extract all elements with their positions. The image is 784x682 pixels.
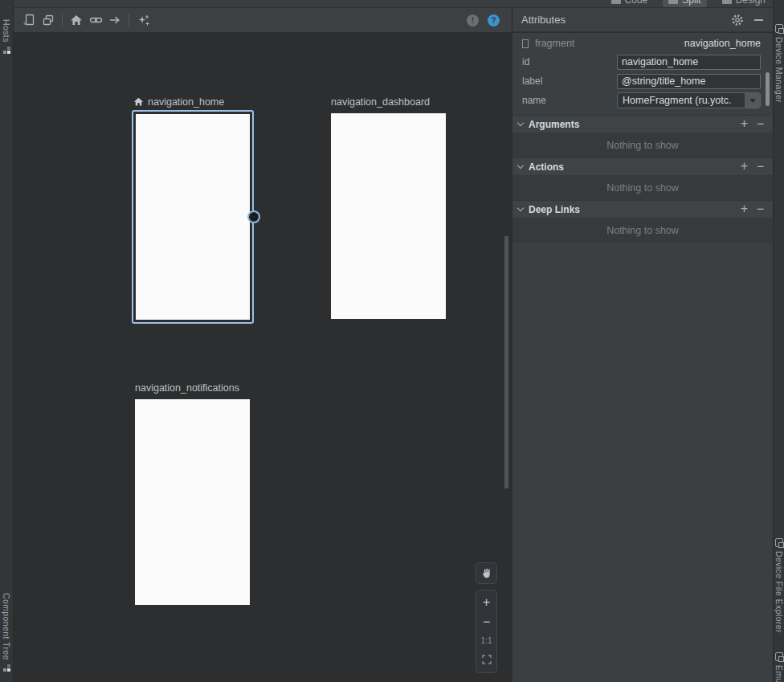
id-field-input[interactable] — [617, 55, 761, 70]
fragment-label-navigation-dashboard[interactable]: navigation_dashboard — [331, 96, 430, 108]
help-icon[interactable]: ? — [488, 14, 500, 27]
chevron-down-icon — [517, 162, 524, 169]
warning-indicator-icon[interactable]: ! — [467, 14, 479, 27]
hosts-icon — [3, 47, 10, 54]
auto-arrange-button[interactable] — [134, 10, 152, 30]
link-icon — [89, 14, 103, 27]
split-mode-icon — [668, 0, 678, 4]
device-manager-tab-label: Device Manager — [774, 37, 784, 103]
fragment-label-text: navigation_dashboard — [331, 96, 430, 108]
action-button[interactable] — [106, 10, 124, 30]
fragment-preview-navigation-dashboard[interactable] — [331, 113, 446, 319]
chevron-down-icon — [517, 205, 524, 211]
action-drag-handle[interactable] — [247, 210, 260, 223]
zoom-in-button[interactable]: + — [476, 594, 496, 613]
arguments-empty-text: Nothing to show — [512, 133, 773, 157]
tab-code-label: Code — [625, 0, 648, 6]
add-action-button[interactable]: + — [741, 161, 748, 173]
nav-editor-toolbar: ! ? — [14, 8, 512, 32]
section-header-arguments[interactable]: Arguments + − — [512, 115, 773, 133]
right-tool-stripe: Device Manager Device File Explorer Emu — [773, 0, 784, 682]
deep-links-empty-text: Nothing to show — [512, 218, 773, 243]
attributes-panel: fragment navigation_home id label name H… — [512, 33, 773, 682]
fragment-preview-navigation-home-selected[interactable] — [132, 110, 254, 324]
section-header-actions[interactable]: Actions + − — [512, 157, 773, 175]
field-row-label: label — [512, 71, 773, 91]
fit-screen-icon — [482, 655, 492, 664]
design-mode-icon — [722, 0, 732, 4]
name-field-value: HomeFragment (ru.yotc. — [618, 95, 745, 106]
zoom-out-button[interactable]: − — [476, 613, 496, 632]
fragment-label-text: navigation_notifications — [135, 382, 239, 394]
canvas-scrollbar-thumb[interactable] — [504, 236, 508, 488]
hosts-tab-label: Hosts — [2, 19, 11, 43]
zoom-controls: + − 1:1 — [476, 590, 497, 673]
code-mode-icon — [611, 0, 621, 4]
component-tree-tab-label: Component Tree — [2, 593, 11, 660]
fragment-label-text: navigation_home — [148, 96, 224, 108]
gear-icon[interactable] — [731, 14, 744, 27]
tab-design-label: Design — [736, 0, 766, 6]
tool-tab-device-file-explorer[interactable]: Device File Explorer — [774, 538, 784, 633]
component-tree-icon — [3, 664, 10, 672]
tab-design[interactable]: Design — [717, 0, 771, 7]
editor-mode-bar: Code Split Design — [14, 0, 784, 8]
assign-start-destination-button[interactable] — [67, 10, 85, 30]
attributes-scrollbar-thumb[interactable] — [766, 72, 770, 106]
zoom-to-fit-button[interactable] — [476, 651, 496, 670]
label-field-input[interactable] — [617, 74, 761, 89]
tab-split-label: Split — [682, 0, 700, 6]
deep-link-button[interactable] — [87, 10, 104, 30]
emulator-icon — [775, 652, 783, 661]
new-destination-icon — [22, 14, 35, 27]
component-row: fragment navigation_home — [512, 33, 773, 52]
fragment-icon — [522, 39, 529, 48]
device-file-explorer-icon — [775, 538, 783, 547]
fragment-label-navigation-notifications[interactable]: navigation_notifications — [135, 382, 239, 394]
fragment-preview-navigation-notifications[interactable] — [135, 399, 250, 605]
actions-empty-text: Nothing to show — [512, 175, 773, 200]
name-field-combobox[interactable]: HomeFragment (ru.yotc. — [617, 92, 761, 108]
add-deep-link-button[interactable]: + — [741, 203, 748, 215]
tool-tab-device-manager[interactable]: Device Manager — [774, 24, 784, 103]
zoom-level-button[interactable]: 1:1 — [476, 631, 496, 651]
nested-graph-icon — [42, 14, 55, 27]
section-header-deep-links[interactable]: Deep Links + − — [512, 200, 773, 218]
fragment-label-navigation-home[interactable]: navigation_home — [133, 96, 224, 108]
device-manager-icon — [775, 24, 783, 33]
attributes-panel-header: Attributes — [512, 8, 773, 32]
component-id-value: navigation_home — [684, 38, 761, 49]
sparkle-icon — [137, 14, 150, 27]
attributes-panel-title: Attributes — [521, 14, 566, 26]
tab-split[interactable]: Split — [663, 0, 706, 7]
deep-links-section-title: Deep Links — [529, 204, 580, 215]
field-row-name: name HomeFragment (ru.yotc. — [512, 91, 773, 110]
chevron-down-icon — [749, 99, 756, 103]
remove-deep-link-button[interactable]: − — [757, 203, 764, 215]
device-file-explorer-tab-label: Device File Explorer — [774, 551, 784, 633]
hide-panel-icon[interactable] — [754, 19, 763, 21]
name-field-label: name — [522, 95, 617, 106]
actions-section-title: Actions — [529, 161, 564, 173]
new-destination-button[interactable] — [20, 10, 38, 30]
remove-action-button[interactable]: − — [757, 161, 764, 173]
left-tool-stripe: Hosts Component Tree — [0, 0, 14, 682]
tool-tab-hosts[interactable]: Hosts — [0, 19, 13, 54]
id-field-label: id — [522, 56, 617, 67]
home-icon — [70, 14, 83, 27]
label-field-label: label — [522, 76, 617, 87]
fragment-preview-surface — [136, 114, 250, 320]
pan-tool-button[interactable] — [476, 562, 497, 584]
arrow-right-icon — [108, 14, 121, 27]
tab-code[interactable]: Code — [606, 0, 654, 7]
remove-argument-button[interactable]: − — [757, 118, 764, 130]
chevron-down-icon — [517, 120, 524, 126]
component-type-label: fragment — [535, 38, 574, 49]
add-argument-button[interactable]: + — [741, 118, 748, 130]
combo-dropdown-button[interactable] — [745, 93, 760, 108]
toolbar-separator — [62, 14, 63, 27]
tool-tab-emulator[interactable]: Emu — [774, 652, 784, 682]
nested-graph-button[interactable] — [39, 10, 57, 30]
tool-tab-component-tree[interactable]: Component Tree — [0, 593, 13, 672]
field-row-id: id — [512, 52, 773, 71]
